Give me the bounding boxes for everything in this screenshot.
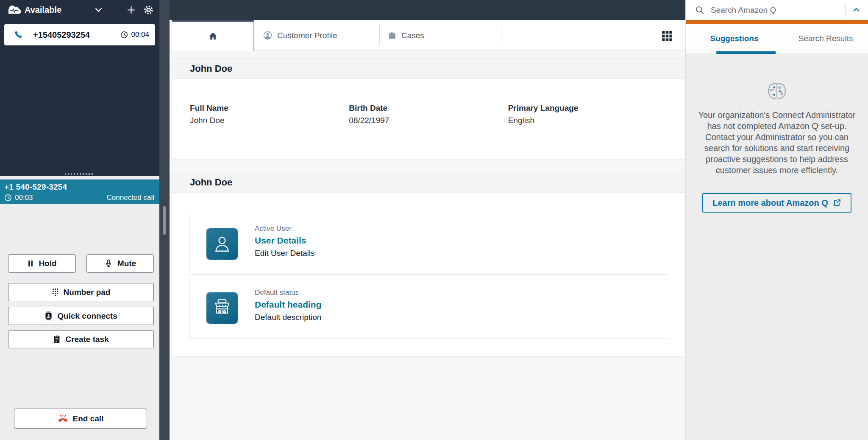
search-icon xyxy=(695,6,704,14)
person-circle-icon xyxy=(263,31,273,40)
default-heading-link[interactable]: Default heading xyxy=(255,300,322,310)
ccp-scrollbar-track xyxy=(159,0,170,440)
settings-gear-icon[interactable] xyxy=(143,0,154,20)
connected-call-status: Connected call xyxy=(107,193,154,202)
connected-call-banner[interactable]: +1 540-529-3254 00:03 Connected call xyxy=(0,179,159,204)
amazon-q-tabs: Suggestions Search Results xyxy=(686,24,868,54)
incoming-call-number: +15405293254 xyxy=(33,30,90,40)
widgets-section: John Doe Active User User Details Edit U… xyxy=(172,172,685,356)
clock-icon xyxy=(4,194,12,202)
learn-more-button[interactable]: Learn more about Amazon Q xyxy=(702,193,851,213)
home-icon xyxy=(208,31,218,41)
briefcase-icon xyxy=(388,31,397,40)
workspace-main: Customer Profile Cases xyxy=(170,0,685,440)
connect-cloud-icon xyxy=(8,5,21,15)
user-details-card: Active User User Details Edit User Detai… xyxy=(189,214,669,275)
brain-circuit-icon xyxy=(765,81,789,104)
card-status: Active User xyxy=(255,224,315,233)
microphone-icon xyxy=(104,259,113,268)
card-description: Default description xyxy=(255,313,322,322)
user-icon xyxy=(206,228,238,260)
amazon-q-message: Your organization's Connect Administrato… xyxy=(696,109,858,176)
quick-connects-button[interactable]: Quick connects xyxy=(8,307,154,325)
tab-cases[interactable]: Cases xyxy=(388,20,424,51)
tab-separator xyxy=(379,25,380,45)
field-value: John Doe xyxy=(190,116,349,125)
amazon-q-accent-bar xyxy=(686,20,868,24)
tab-cases-label: Cases xyxy=(401,31,424,40)
agent-workspace: Available +15405293254 xyxy=(0,0,868,440)
number-pad-label: Number pad xyxy=(64,288,111,297)
customer-profile-section: John Doe Full Name John Doe Birth Date 0… xyxy=(172,58,685,159)
phone-icon xyxy=(14,30,23,39)
profile-fields: Full Name John Doe Birth Date 08/22/1997… xyxy=(172,79,685,125)
section-title: John Doe xyxy=(190,177,232,188)
amazon-q-panel: Suggestions Search Results xyxy=(685,0,868,440)
tab-home[interactable] xyxy=(172,20,254,51)
tab-search-results-label: Search Results xyxy=(798,34,853,43)
grid-icon[interactable] xyxy=(662,31,673,42)
ccp-panel: Available +15405293254 xyxy=(0,0,170,440)
search-separator xyxy=(845,4,846,17)
chevron-up-icon[interactable] xyxy=(849,3,864,17)
tab-search-results[interactable]: Search Results xyxy=(783,24,868,53)
tab-customer-profile[interactable]: Customer Profile xyxy=(263,20,337,51)
amazon-q-search-bar xyxy=(686,0,868,20)
tab-suggestions-label: Suggestions xyxy=(710,34,758,43)
hold-label: Hold xyxy=(39,259,56,268)
connected-call-number: +1 540-529-3254 xyxy=(4,182,155,192)
ccp-call-area: +15405293254 00:04 xyxy=(0,20,159,176)
tab-suggestions[interactable]: Suggestions xyxy=(686,24,783,53)
field-full-name: Full Name John Doe xyxy=(190,104,349,125)
clock-icon xyxy=(120,31,128,39)
field-primary-language: Primary Language English xyxy=(508,104,667,125)
quick-connects-label: Quick connects xyxy=(57,311,117,321)
field-value: 08/22/1997 xyxy=(349,116,508,125)
status-chevron-down-icon[interactable] xyxy=(93,0,104,20)
agent-status-label: Available xyxy=(25,5,61,15)
ccp-header: Available xyxy=(0,0,159,20)
clipboard-icon xyxy=(53,335,61,344)
mute-button[interactable]: Mute xyxy=(86,254,154,273)
tab-separator xyxy=(501,25,501,45)
end-call-button[interactable]: End call xyxy=(14,409,147,429)
external-link-icon xyxy=(833,199,841,207)
field-birth-date: Birth Date 08/22/1997 xyxy=(349,104,508,125)
section-header: John Doe xyxy=(172,172,685,193)
tab-customer-profile-label: Customer Profile xyxy=(277,31,337,40)
contacts-icon xyxy=(45,311,53,320)
hold-button[interactable]: Hold xyxy=(8,254,76,273)
field-label: Primary Language xyxy=(508,104,667,113)
storefront-icon xyxy=(206,292,238,324)
incoming-call-timer: 00:04 xyxy=(131,31,149,39)
pause-icon xyxy=(27,260,34,267)
end-call-icon xyxy=(58,414,68,423)
mute-label: Mute xyxy=(117,259,136,268)
learn-more-label: Learn more about Amazon Q xyxy=(712,198,828,208)
user-details-link[interactable]: User Details xyxy=(255,235,315,246)
card-status: Default status xyxy=(255,289,322,297)
new-contact-plus-icon[interactable] xyxy=(126,0,136,20)
field-label: Full Name xyxy=(190,104,349,113)
amazon-q-search-input[interactable] xyxy=(710,5,843,15)
panel-drag-handle[interactable] xyxy=(65,173,95,175)
field-label: Birth Date xyxy=(349,104,508,113)
number-pad-button[interactable]: Number pad xyxy=(8,283,154,301)
field-value: English xyxy=(508,116,667,125)
agent-status-selector[interactable]: Available xyxy=(25,0,61,20)
workspace-topbar xyxy=(170,0,685,20)
section-title: John Doe xyxy=(190,63,232,74)
default-widget-card: Default status Default heading Default d… xyxy=(189,278,669,339)
dialpad-icon xyxy=(52,288,59,297)
card-description: Edit User Details xyxy=(255,249,315,258)
workspace-tabbar: Customer Profile Cases xyxy=(170,20,685,51)
connected-call-timer: 00:03 xyxy=(15,193,33,202)
incoming-call-card[interactable]: +15405293254 00:04 xyxy=(4,24,155,45)
section-header: John Doe xyxy=(172,59,685,79)
create-task-button[interactable]: Create task xyxy=(8,330,154,348)
ccp-scrollbar-thumb[interactable] xyxy=(163,206,166,235)
end-call-label: End call xyxy=(73,414,104,423)
create-task-label: Create task xyxy=(65,335,108,344)
amazon-q-empty-state: Your organization's Connect Administrato… xyxy=(686,54,868,440)
